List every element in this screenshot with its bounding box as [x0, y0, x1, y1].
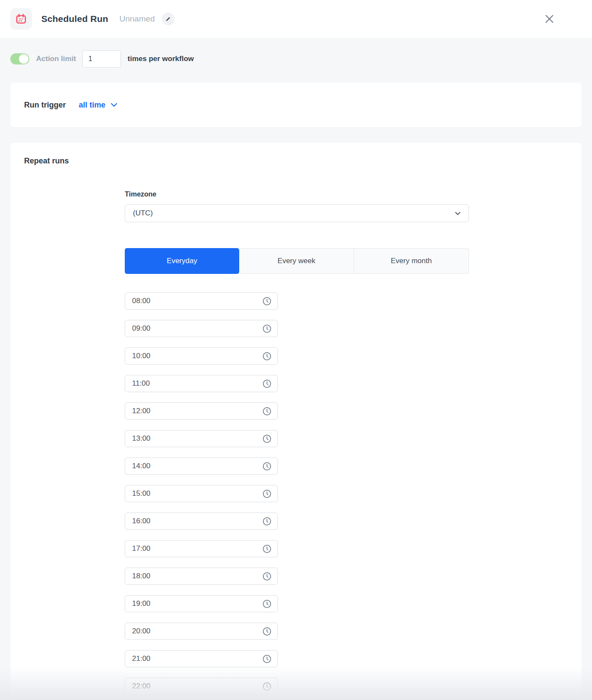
clock-icon: [262, 297, 271, 306]
clock-icon: [262, 544, 271, 553]
edit-name-button[interactable]: [162, 12, 175, 25]
timezone-value: (UTC): [133, 209, 153, 218]
clock-icon: [262, 434, 271, 443]
run-trigger-card: Run trigger all time: [10, 83, 582, 127]
close-button[interactable]: [544, 13, 555, 25]
calendar-icon: [15, 12, 28, 25]
tab-every-month[interactable]: Every month: [354, 248, 469, 274]
pencil-icon: [165, 16, 171, 22]
action-limit-input[interactable]: [82, 50, 121, 68]
time-value: 21:00: [132, 654, 151, 663]
action-limit-toggle[interactable]: [10, 53, 29, 64]
time-value: 14:00: [132, 462, 151, 470]
timezone-label: Timezone: [125, 190, 469, 198]
run-trigger-label: Run trigger: [24, 101, 66, 110]
time-value: 17:00: [132, 544, 151, 553]
scheduled-run-modal: Scheduled Run Unnamed Action limit times…: [0, 0, 592, 700]
clock-icon: [262, 462, 271, 471]
time-value: 08:00: [132, 297, 151, 305]
time-input[interactable]: 22:00: [125, 678, 278, 695]
time-input[interactable]: 18:00: [125, 568, 278, 585]
time-input[interactable]: 17:00: [125, 540, 278, 557]
clock-icon: [262, 324, 271, 333]
time-value: 22:00: [132, 682, 151, 691]
time-list: 08:00 09:00 10:00 11:00 12:00: [125, 292, 469, 695]
time-value: 10:00: [132, 352, 151, 360]
scheduled-run-icon-wrap: [10, 8, 32, 30]
run-trigger-dropdown[interactable]: all time: [79, 101, 117, 110]
repeat-runs-content: Timezone (UTC) Everyday Every week Every…: [125, 190, 469, 695]
toggle-knob: [19, 54, 28, 64]
repeat-runs-card: Repeat runs Timezone (UTC) Everyday Ever…: [10, 143, 582, 700]
action-limit-row: Action limit times per workflow: [0, 50, 592, 68]
time-value: 15:00: [132, 489, 151, 498]
clock-icon: [262, 627, 271, 636]
time-input[interactable]: 09:00: [125, 320, 278, 337]
clock-icon: [262, 682, 271, 691]
time-value: 09:00: [132, 324, 151, 333]
time-input[interactable]: 13:00: [125, 430, 278, 447]
time-input[interactable]: 11:00: [125, 375, 278, 392]
clock-icon: [262, 517, 271, 526]
clock-icon: [262, 572, 271, 581]
action-limit-label: Action limit: [36, 55, 76, 63]
time-value: 11:00: [132, 379, 150, 388]
clock-icon: [262, 489, 271, 498]
time-value: 18:00: [132, 572, 151, 580]
tab-everyday[interactable]: Everyday: [125, 248, 239, 274]
action-limit-suffix: times per workflow: [128, 55, 194, 63]
time-input[interactable]: 14:00: [125, 457, 278, 475]
repeat-runs-title: Repeat runs: [24, 157, 568, 166]
clock-icon: [262, 407, 271, 416]
time-input[interactable]: 20:00: [125, 623, 278, 640]
run-trigger-value: all time: [79, 101, 105, 110]
time-input[interactable]: 19:00: [125, 595, 278, 612]
close-icon: [545, 14, 554, 24]
run-name-value: Unnamed: [119, 14, 154, 24]
time-input[interactable]: 12:00: [125, 402, 278, 420]
time-value: 13:00: [132, 434, 151, 443]
timezone-select[interactable]: (UTC): [125, 204, 469, 222]
clock-icon: [262, 379, 271, 388]
time-input[interactable]: 08:00: [125, 292, 278, 310]
time-input[interactable]: 21:00: [125, 650, 278, 667]
time-input[interactable]: 10:00: [125, 347, 278, 365]
modal-header: Scheduled Run Unnamed: [0, 0, 592, 38]
time-value: 12:00: [132, 407, 151, 415]
clock-icon: [262, 352, 271, 361]
chevron-down-icon: [111, 103, 117, 107]
clock-icon: [262, 654, 271, 663]
page-title: Scheduled Run: [41, 14, 108, 24]
time-input[interactable]: 15:00: [125, 485, 278, 502]
time-value: 20:00: [132, 627, 151, 636]
chevron-down-icon: [455, 212, 461, 215]
time-input[interactable]: 16:00: [125, 513, 278, 530]
schedule-frequency-tabs: Everyday Every week Every month: [125, 248, 469, 274]
time-value: 19:00: [132, 599, 151, 608]
time-value: 16:00: [132, 517, 151, 525]
clock-icon: [262, 599, 271, 608]
tab-every-week[interactable]: Every week: [239, 248, 354, 274]
